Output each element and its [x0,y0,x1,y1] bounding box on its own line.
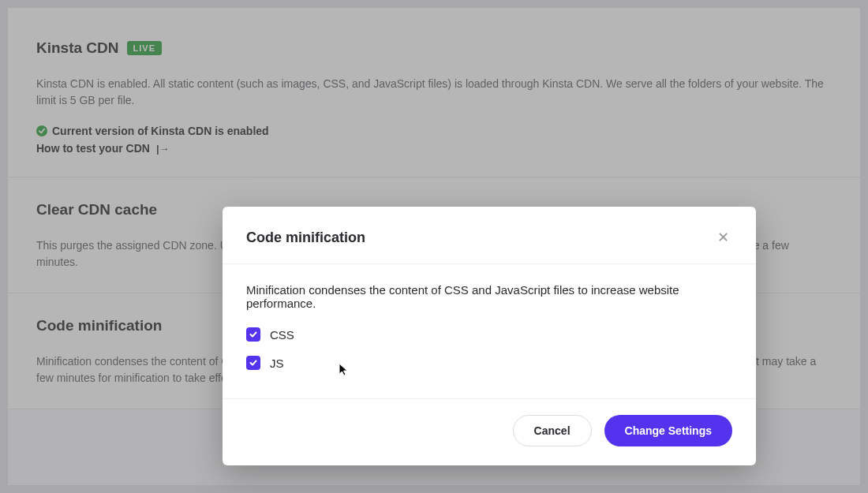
checkbox-row-css: CSS [246,327,732,342]
check-icon [249,331,257,338]
close-icon: ✕ [717,230,729,245]
checkbox-row-js: JS [246,356,732,370]
checkbox-css[interactable] [246,327,260,342]
checkbox-js[interactable] [246,356,260,370]
close-button[interactable]: ✕ [714,227,732,248]
cursor-icon [339,363,350,377]
cancel-button[interactable]: Cancel [513,415,592,446]
checkbox-label-js: JS [270,357,284,370]
change-settings-button[interactable]: Change Settings [604,415,732,446]
modal-description: Minification condenses the content of CS… [246,283,732,310]
checkbox-label-css: CSS [270,328,294,342]
modal-body: Minification condenses the content of CS… [223,264,756,399]
code-minification-modal: Code minification ✕ Minification condens… [223,207,756,465]
modal-title: Code minification [246,230,365,246]
modal-header: Code minification ✕ [223,207,756,264]
check-icon [249,359,257,367]
modal-footer: Cancel Change Settings [223,399,756,465]
